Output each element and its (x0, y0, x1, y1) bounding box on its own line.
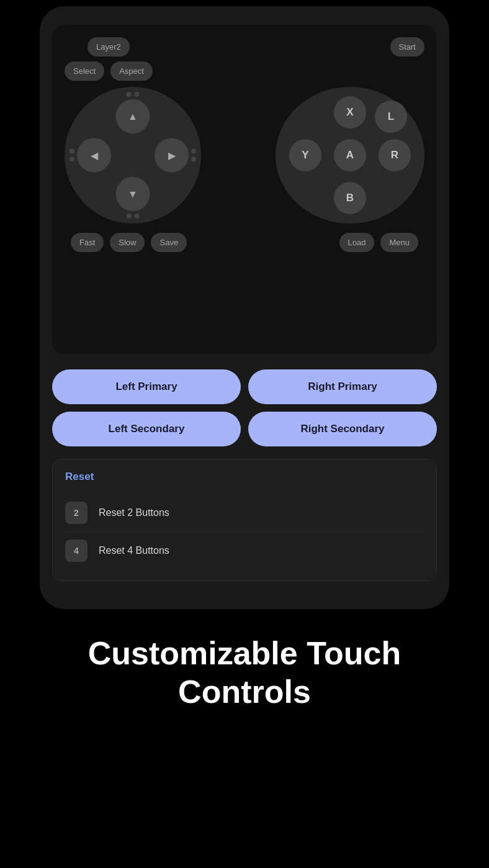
pads-row: ▲ ▼ ◀ ▶ X L Y A R B (58, 87, 431, 224)
controller-area: Layer2 Select Aspect Start (52, 25, 437, 354)
secondary-row: Left Secondary Right Secondary (52, 412, 437, 446)
reset-title: Reset (65, 471, 424, 483)
left-primary-button[interactable]: Left Primary (52, 369, 241, 404)
start-button[interactable]: Start (390, 37, 424, 57)
menu-button[interactable]: Menu (380, 233, 418, 252)
right-primary-button[interactable]: Right Primary (248, 369, 437, 404)
r-button[interactable]: R (379, 139, 411, 171)
reset-4-item[interactable]: 4 Reset 4 Buttons (65, 531, 424, 569)
select-button[interactable]: Select (65, 61, 104, 81)
a-button[interactable]: A (334, 139, 366, 171)
primary-row: Left Primary Right Primary (52, 369, 437, 404)
reset-2-icon: 2 (65, 502, 87, 524)
y-button[interactable]: Y (289, 139, 321, 171)
footer-headline: Customizable Touch Controls (0, 609, 489, 749)
bottom-right-group: Load Menu (339, 233, 418, 252)
bottom-buttons-row: Fast Slow Save Load Menu (58, 224, 431, 252)
dpad-container: ▲ ▼ ◀ ▶ (65, 87, 201, 224)
phone-frame: Layer2 Select Aspect Start (40, 6, 449, 609)
reset-2-label: Reset 2 Buttons (99, 507, 169, 518)
right-secondary-button[interactable]: Right Secondary (248, 412, 437, 446)
slow-button[interactable]: Slow (110, 233, 145, 252)
assignment-area: Left Primary Right Primary Left Secondar… (40, 360, 449, 456)
dpad-left-button[interactable]: ◀ (77, 138, 111, 173)
face-buttons-container: X L Y A R B (276, 87, 424, 224)
dpad-down-button[interactable]: ▼ (116, 177, 150, 211)
dpad-right-button[interactable]: ▶ (155, 138, 189, 173)
dpad-up-button[interactable]: ▲ (116, 99, 150, 133)
load-button[interactable]: Load (339, 233, 375, 252)
reset-4-label: Reset 4 Buttons (99, 545, 169, 556)
top-left-group: Layer2 Select Aspect (65, 37, 153, 81)
fast-button[interactable]: Fast (71, 233, 104, 252)
top-buttons-row: Layer2 Select Aspect Start (58, 37, 431, 81)
l-button[interactable]: L (375, 101, 407, 133)
bottom-left-group: Fast Slow Save (71, 233, 187, 252)
reset-area: Reset 2 Reset 2 Buttons 4 Reset 4 Button… (52, 459, 437, 581)
left-secondary-button[interactable]: Left Secondary (52, 412, 241, 446)
layer2-button[interactable]: Layer2 (87, 37, 130, 57)
reset-4-icon: 4 (65, 540, 87, 562)
b-button[interactable]: B (334, 182, 366, 214)
x-button[interactable]: X (334, 96, 366, 129)
reset-2-item[interactable]: 2 Reset 2 Buttons (65, 494, 424, 531)
save-button[interactable]: Save (151, 233, 187, 252)
aspect-button[interactable]: Aspect (110, 61, 153, 81)
